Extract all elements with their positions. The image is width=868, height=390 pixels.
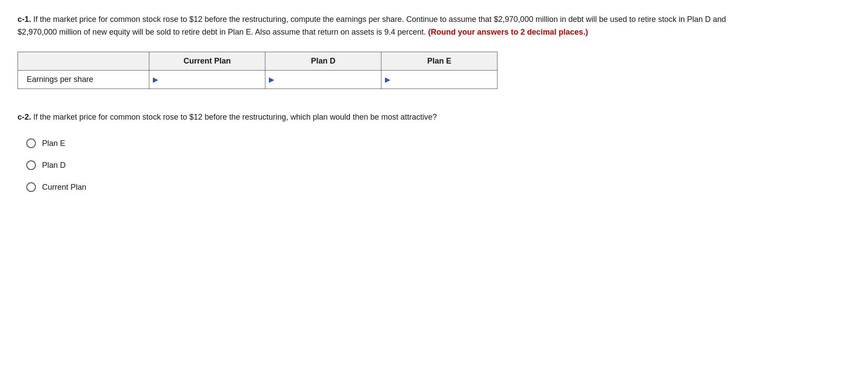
col-header-plan-e: Plan E — [381, 52, 498, 70]
radio-item-plan-d[interactable]: Plan D — [26, 160, 850, 170]
radio-item-current-plan[interactable]: Current Plan — [26, 182, 850, 192]
c2-label: c-2. — [18, 113, 31, 121]
plan-e-arrow-icon[interactable]: ▶ — [381, 72, 392, 87]
c1-text-part1: If the market price for common stock ros… — [18, 15, 726, 36]
col-header-empty — [18, 52, 149, 70]
c1-table: Current Plan Plan D Plan E Earnings per … — [18, 52, 498, 89]
current-plan-input-wrapper: ▶ — [149, 71, 265, 88]
plan-d-cell[interactable]: ▶ — [265, 70, 381, 89]
radio-label-current-plan: Current Plan — [42, 183, 86, 192]
c2-block: c-2. If the market price for common stoc… — [18, 111, 850, 192]
c1-block: c-1. If the market price for common stoc… — [18, 13, 850, 89]
c2-text: If the market price for common stock ros… — [31, 113, 437, 121]
c2-question-text: c-2. If the market price for common stoc… — [18, 111, 762, 124]
radio-label-plan-e: Plan E — [42, 139, 65, 148]
current-plan-input[interactable] — [160, 71, 265, 88]
c1-label: c-1. — [18, 15, 31, 24]
radio-item-plan-e[interactable]: Plan E — [26, 138, 850, 148]
table-row: Earnings per share ▶ ▶ — [18, 70, 498, 89]
plan-e-cell[interactable]: ▶ — [381, 70, 498, 89]
plan-d-input[interactable] — [276, 71, 381, 88]
radio-circle-current-plan[interactable] — [26, 182, 36, 192]
radio-circle-plan-d[interactable] — [26, 160, 36, 170]
row-label-earnings: Earnings per share — [18, 70, 149, 89]
plan-e-input-wrapper: ▶ — [381, 71, 497, 88]
c1-red-text: (Round your answers to 2 decimal places.… — [428, 28, 588, 36]
radio-group: Plan E Plan D Current Plan — [26, 138, 850, 192]
plan-e-input[interactable] — [392, 71, 497, 88]
col-header-current-plan: Current Plan — [149, 52, 265, 70]
radio-circle-plan-e[interactable] — [26, 138, 36, 148]
current-plan-cell[interactable]: ▶ — [149, 70, 265, 89]
current-plan-arrow-icon[interactable]: ▶ — [149, 72, 160, 87]
plan-d-arrow-icon[interactable]: ▶ — [265, 72, 276, 87]
radio-label-plan-d: Plan D — [42, 161, 66, 170]
table-header-row: Current Plan Plan D Plan E — [18, 52, 498, 70]
plan-d-input-wrapper: ▶ — [265, 71, 381, 88]
c1-table-wrapper: Current Plan Plan D Plan E Earnings per … — [18, 52, 850, 89]
col-header-plan-d: Plan D — [265, 52, 381, 70]
c1-question-text: c-1. If the market price for common stoc… — [18, 13, 762, 39]
